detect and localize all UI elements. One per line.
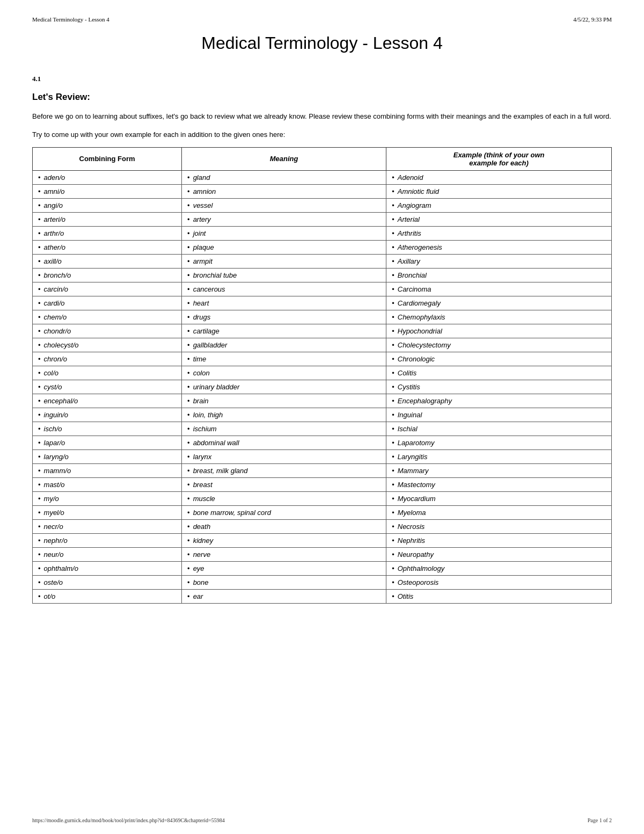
footer-bar: https://moodle.gurnick.edu/mod/book/tool… [32, 817, 612, 823]
cell-list-item: Bronchial [392, 270, 606, 280]
table-cell-col2: armpit [182, 254, 386, 268]
table-cell-col3: Nephritis [386, 533, 612, 547]
cell-list-item: arthr/o [38, 228, 176, 238]
intro-text: Before we go on to learning about suffix… [32, 111, 612, 122]
table-cell-col1: lapar/o [33, 436, 182, 449]
table-cell-col1: oste/o [33, 575, 182, 589]
table-cell-col2: gland [182, 170, 386, 184]
cell-list-item: Cardiomegaly [392, 298, 606, 308]
table-cell-col2: urinary bladder [182, 380, 386, 394]
table-cell-col3: Angiogram [386, 198, 612, 212]
table-cell-col2: eye [182, 561, 386, 575]
table-cell-col3: Atherogenesis [386, 240, 612, 254]
cell-list-item: Chemophylaxis [392, 312, 606, 322]
table-cell-col1: axill/o [33, 254, 182, 268]
table-cell-col1: bronch/o [33, 268, 182, 282]
table-cell-col1: neur/o [33, 547, 182, 561]
cell-list-item: breast, milk gland [187, 466, 380, 476]
cell-list-item: Chronologic [392, 354, 606, 364]
cell-list-item: amnion [187, 186, 380, 197]
table-row: bronch/obronchial tubeBronchial [33, 268, 612, 282]
table-cell-col2: bone [182, 575, 386, 589]
table-cell-col1: mast/o [33, 477, 182, 491]
cell-list-item: abdominal wall [187, 438, 380, 448]
header-bar: Medical Terminology - Lesson 4 4/5/22, 9… [32, 16, 612, 23]
cell-list-item: Myeloma [392, 507, 606, 518]
table-cell-col1: arthr/o [33, 226, 182, 240]
table-cell-col3: Arterial [386, 212, 612, 226]
cell-list-item: col/o [38, 368, 176, 378]
cell-list-item: Mastectomy [392, 480, 606, 490]
cell-list-item: Inguinal [392, 410, 606, 420]
cell-list-item: ear [187, 591, 380, 601]
table-cell-col3: Axillary [386, 254, 612, 268]
cell-list-item: Arterial [392, 214, 606, 224]
table-cell-col2: larynx [182, 449, 386, 463]
table-cell-col2: abdominal wall [182, 436, 386, 449]
table-cell-col3: Amniotic fluid [386, 184, 612, 198]
cell-list-item: bone [187, 577, 380, 588]
table-cell-col1: laryng/o [33, 449, 182, 463]
table-cell-col3: Ischial [386, 422, 612, 436]
table-cell-col1: nephr/o [33, 533, 182, 547]
cell-list-item: time [187, 354, 380, 364]
cell-list-item: chondr/o [38, 326, 176, 336]
cell-list-item: arteri/o [38, 214, 176, 224]
vocab-table: Combining Form Meaning Example (think of… [32, 147, 612, 604]
table-cell-col3: Osteoporosis [386, 575, 612, 589]
cell-list-item: heart [187, 298, 380, 308]
table-cell-col1: ophthalm/o [33, 561, 182, 575]
cell-list-item: gland [187, 172, 380, 183]
table-cell-col3: Cholecystectomy [386, 338, 612, 352]
cell-list-item: Carcinoma [392, 284, 606, 294]
cell-list-item: death [187, 521, 380, 532]
section-number: 4.1 [32, 75, 612, 83]
cell-list-item: Ischial [392, 424, 606, 434]
table-cell-col2: muscle [182, 491, 386, 505]
cell-list-item: Cystitis [392, 382, 606, 392]
table-cell-col2: time [182, 352, 386, 366]
table-cell-col1: myel/o [33, 505, 182, 519]
cell-list-item: encephal/o [38, 396, 176, 406]
cell-list-item: Hypochondrial [392, 326, 606, 336]
footer-page: Page 1 of 2 [588, 817, 612, 823]
table-row: oste/oboneOsteoporosis [33, 575, 612, 589]
cell-list-item: Nephritis [392, 535, 606, 546]
table-cell-col3: Chronologic [386, 352, 612, 366]
col-header-combining-form: Combining Form [33, 147, 182, 170]
table-cell-col1: col/o [33, 366, 182, 380]
cell-list-item: brain [187, 396, 380, 406]
table-cell-col2: breast [182, 477, 386, 491]
cell-list-item: breast [187, 480, 380, 490]
table-cell-col3: Laryngitis [386, 449, 612, 463]
cell-list-item: urinary bladder [187, 382, 380, 392]
table-cell-col3: Otitis [386, 589, 612, 603]
col-header-meaning: Meaning [182, 147, 386, 170]
cell-list-item: Adenoid [392, 172, 606, 183]
table-row: neur/onerveNeuropathy [33, 547, 612, 561]
table-cell-col2: bone marrow, spinal cord [182, 505, 386, 519]
cell-list-item: my/o [38, 494, 176, 504]
table-row: axill/oarmpitAxillary [33, 254, 612, 268]
table-cell-col1: chron/o [33, 352, 182, 366]
table-cell-col3: Ophthalmology [386, 561, 612, 575]
table-row: mamm/obreast, milk glandMammary [33, 463, 612, 477]
cell-list-item: chem/o [38, 312, 176, 322]
cell-list-item: mast/o [38, 480, 176, 490]
table-row: cholecyst/ogallbladderCholecystectomy [33, 338, 612, 352]
table-row: cyst/ourinary bladderCystitis [33, 380, 612, 394]
cell-list-item: Colitis [392, 368, 606, 378]
table-cell-col3: Hypochondrial [386, 324, 612, 338]
table-cell-col1: cholecyst/o [33, 338, 182, 352]
cell-list-item: drugs [187, 312, 380, 322]
section-heading: Let's Review: [32, 92, 612, 103]
cell-list-item: bronchial tube [187, 270, 380, 280]
cell-list-item: Amniotic fluid [392, 186, 606, 197]
table-cell-col2: bronchial tube [182, 268, 386, 282]
table-cell-col2: ear [182, 589, 386, 603]
table-row: laryng/olarynxLaryngitis [33, 449, 612, 463]
cell-list-item: Laryngitis [392, 452, 606, 462]
table-cell-col1: cyst/o [33, 380, 182, 394]
cell-list-item: chron/o [38, 354, 176, 364]
table-cell-col3: Encephalography [386, 394, 612, 408]
